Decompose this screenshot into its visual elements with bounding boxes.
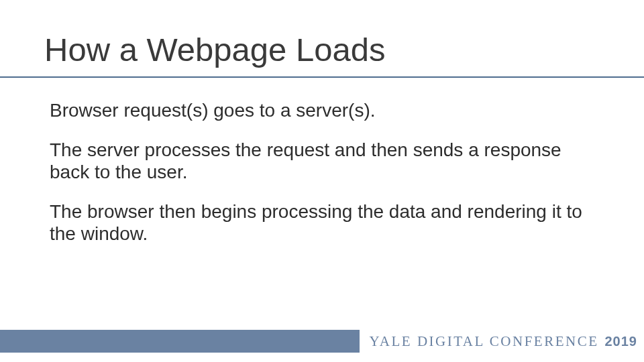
title-underline — [0, 76, 644, 78]
slide-body: Browser request(s) goes to a server(s). … — [50, 99, 604, 262]
footer-brand-text: YALE DIGITAL CONFERENCE — [369, 333, 598, 350]
body-paragraph: Browser request(s) goes to a server(s). — [50, 99, 604, 121]
body-paragraph: The server processes the request and the… — [50, 139, 604, 183]
slide-title: How a Webpage Loads — [44, 31, 386, 68]
footer-bar: YALE DIGITAL CONFERENCE 2019 — [0, 330, 644, 353]
body-paragraph: The browser then begins processing the d… — [50, 200, 604, 245]
footer-year: 2019 — [605, 334, 638, 349]
footer-fill — [0, 330, 360, 353]
footer-brand: YALE DIGITAL CONFERENCE 2019 — [360, 330, 644, 353]
slide: How a Webpage Loads Browser request(s) g… — [0, 0, 644, 362]
